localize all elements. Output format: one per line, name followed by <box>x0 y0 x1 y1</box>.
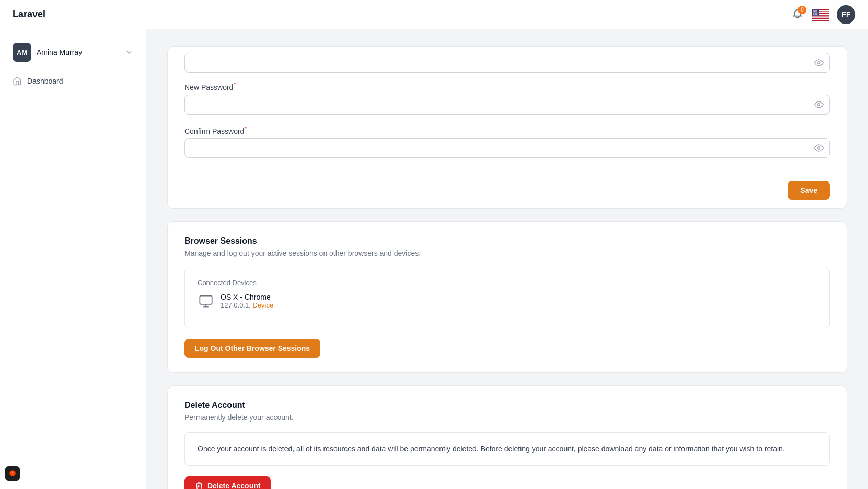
svg-point-45 <box>814 13 815 14</box>
main-content: New Password* Confirm Password* <box>146 29 868 489</box>
monitor-icon <box>198 294 214 309</box>
delete-warning-text: Once your account is deleted, all of its… <box>198 443 817 454</box>
eye-icon-confirm[interactable] <box>814 143 824 153</box>
svg-point-47 <box>816 13 816 14</box>
svg-point-43 <box>813 13 813 14</box>
svg-point-55 <box>817 14 817 15</box>
confirm-password-group: Confirm Password* <box>184 125 830 158</box>
eye-icon-new[interactable] <box>814 100 824 109</box>
svg-point-62 <box>817 15 818 15</box>
confirm-password-input[interactable] <box>184 138 830 158</box>
delete-button-label: Delete Account <box>207 482 260 489</box>
svg-point-28 <box>815 12 816 12</box>
new-password-input[interactable] <box>184 95 830 115</box>
browser-sessions-card: Browser Sessions Manage and log out your… <box>167 221 847 373</box>
svg-point-9 <box>814 9 814 10</box>
device-current-label: Device <box>252 301 273 309</box>
svg-point-16 <box>815 10 815 10</box>
connected-devices-panel: Connected Devices OS X - Chrome 127.0.0.… <box>184 268 830 328</box>
password-card: New Password* Confirm Password* <box>167 46 847 173</box>
connected-devices-label: Connected Devices <box>198 279 817 287</box>
svg-point-57 <box>814 15 814 15</box>
svg-point-52 <box>815 14 815 15</box>
logout-sessions-button[interactable]: Log Out Other Browser Sessions <box>184 339 320 358</box>
svg-point-34 <box>816 12 816 13</box>
svg-rect-66 <box>200 295 212 304</box>
svg-rect-6 <box>812 19 829 20</box>
new-password-group: New Password* <box>184 81 830 115</box>
delete-account-button[interactable]: Delete Account <box>184 476 271 489</box>
svg-point-29 <box>816 12 817 12</box>
chevron-down-icon <box>125 48 133 56</box>
sidebar-user-name: Amina Murray <box>37 48 120 56</box>
save-button[interactable]: Save <box>788 181 830 200</box>
svg-point-50 <box>813 14 814 15</box>
sidebar: AM Amina Murray Dashboard <box>0 29 146 489</box>
topnav: Laravel 0 <box>0 0 868 29</box>
svg-point-14 <box>813 10 814 10</box>
svg-point-30 <box>813 12 813 13</box>
language-flag[interactable] <box>812 9 828 20</box>
svg-point-49 <box>817 13 818 14</box>
current-password-input[interactable] <box>184 53 830 73</box>
confirm-password-label: Confirm Password* <box>184 125 830 135</box>
svg-point-56 <box>813 15 813 15</box>
svg-point-8 <box>813 9 813 10</box>
sidebar-item-label: Dashboard <box>27 77 63 85</box>
svg-point-20 <box>814 11 814 12</box>
home-icon <box>13 76 22 86</box>
topnav-right: 0 <box>792 5 855 24</box>
svg-point-46 <box>815 13 816 14</box>
sidebar-item-dashboard[interactable]: Dashboard <box>6 71 140 91</box>
svg-point-61 <box>817 15 817 15</box>
svg-point-42 <box>817 13 817 13</box>
debug-icon[interactable] <box>5 466 20 481</box>
svg-point-37 <box>813 13 814 13</box>
svg-rect-5 <box>812 17 829 18</box>
svg-point-10 <box>814 9 815 10</box>
svg-point-25 <box>813 12 814 12</box>
device-item: OS X - Chrome 127.0.0.1, Device <box>198 293 817 309</box>
svg-point-31 <box>814 12 814 13</box>
svg-point-21 <box>814 11 815 12</box>
svg-point-12 <box>816 9 816 10</box>
svg-point-41 <box>816 13 817 13</box>
save-row: Save <box>167 173 847 209</box>
notifications-bell[interactable]: 0 <box>792 8 803 21</box>
svg-point-27 <box>815 12 815 12</box>
svg-point-24 <box>817 11 817 12</box>
svg-point-54 <box>816 14 817 15</box>
svg-point-26 <box>814 12 814 12</box>
svg-point-51 <box>814 14 814 15</box>
svg-point-19 <box>813 11 813 12</box>
svg-point-32 <box>814 12 815 13</box>
svg-point-38 <box>814 13 814 13</box>
device-info: OS X - Chrome 127.0.0.1, Device <box>221 293 273 309</box>
svg-point-58 <box>814 15 815 15</box>
new-password-wrapper <box>184 95 830 115</box>
svg-point-18 <box>816 10 817 10</box>
svg-point-44 <box>814 13 814 14</box>
app-logo: Laravel <box>13 9 45 20</box>
current-password-wrapper <box>184 53 830 73</box>
user-avatar[interactable]: FF <box>837 5 855 24</box>
browser-sessions-desc: Manage and log out your active sessions … <box>184 249 830 257</box>
sidebar-user-menu[interactable]: AM Amina Murray <box>6 38 140 67</box>
delete-account-title: Delete Account <box>184 401 830 410</box>
delete-account-card: Delete Account Permanently delete your a… <box>167 385 847 489</box>
svg-point-39 <box>815 13 815 13</box>
device-name: OS X - Chrome <box>221 293 273 301</box>
sidebar-user-avatar: AM <box>13 43 31 62</box>
svg-point-60 <box>816 15 816 15</box>
eye-icon-current[interactable] <box>814 58 824 67</box>
svg-point-35 <box>817 12 817 13</box>
svg-point-36 <box>817 12 818 13</box>
trash-icon <box>195 482 203 489</box>
svg-point-59 <box>815 15 816 15</box>
current-password-group <box>184 53 830 73</box>
svg-point-33 <box>815 12 816 13</box>
device-ip: 127.0.0.1, Device <box>221 301 273 309</box>
svg-point-53 <box>815 14 816 15</box>
svg-rect-4 <box>812 15 829 16</box>
svg-point-13 <box>817 9 817 10</box>
